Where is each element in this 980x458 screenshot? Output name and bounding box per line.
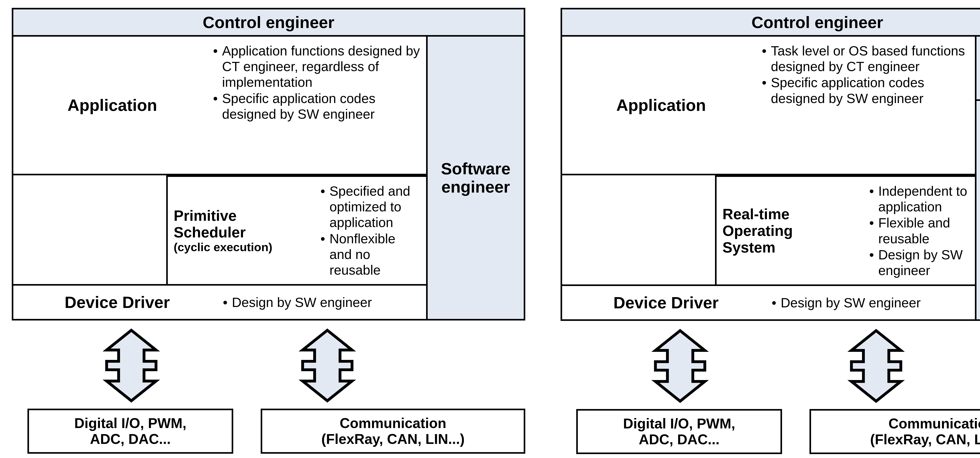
- right-panel: Control engineer Application Task level …: [560, 8, 980, 454]
- application-bullets: Task level or OS based functions designe…: [760, 36, 975, 174]
- left-panel: Control engineer Application Application…: [12, 8, 525, 454]
- rtos-label-line: System: [722, 239, 862, 256]
- software-engineer-tab-top: [977, 36, 980, 101]
- application-bullet: Task level or OS based functions designe…: [771, 43, 969, 74]
- scheduler-layer: Primitive Scheduler (cyclic execution) S…: [13, 174, 426, 285]
- right-below: Digital I/O, PWM, ADC, DAC... Communicat…: [560, 329, 980, 454]
- application-label: Application: [562, 36, 760, 174]
- left-body-row: Application Application functions design…: [13, 36, 524, 319]
- right-bottom-boxes: Digital I/O, PWM, ADC, DAC... Communicat…: [560, 409, 980, 454]
- communication-box: Communication (FlexRay, CAN, LIN...): [261, 409, 525, 453]
- device-driver-label: Device Driver: [13, 293, 221, 312]
- rtos-box: Real-time Operating System Independent t…: [715, 175, 975, 284]
- communication-box: Communication (FlexRay, CAN, LIN...): [810, 409, 980, 454]
- diagram-root: Control engineer Application Application…: [0, 0, 980, 458]
- device-driver-layer: Device Driver Design by SW engineer: [562, 286, 975, 319]
- control-engineer-header: Control engineer: [13, 10, 524, 36]
- right-body-row: Application Task level or OS based funct…: [562, 36, 980, 319]
- rtos-layer: Real-time Operating System Independent t…: [562, 174, 975, 286]
- software-engineer-label-area: Software engineer: [977, 101, 980, 319]
- right-stack: Control engineer Application Task level …: [560, 8, 980, 321]
- device-driver-bullet: Design by SW engineer: [781, 295, 969, 310]
- software-engineer-column: Software engineer: [428, 36, 524, 319]
- application-bullet: Specific application codes designed by S…: [771, 74, 969, 106]
- updown-arrow-icon: [645, 329, 715, 403]
- left-layers-column: Application Application functions design…: [13, 36, 428, 319]
- scheduler-box: Primitive Scheduler (cyclic execution) S…: [166, 175, 426, 284]
- io-box: Digital I/O, PWM, ADC, DAC...: [27, 409, 233, 453]
- rtos-indent: [562, 175, 715, 284]
- updown-arrow-icon: [841, 329, 912, 403]
- device-driver-label: Device Driver: [562, 293, 770, 312]
- scheduler-label-line: Primitive: [173, 207, 313, 224]
- scheduler-label-sub: (cyclic execution): [173, 241, 313, 254]
- left-below: Digital I/O, PWM, ADC, DAC... Communicat…: [12, 328, 525, 453]
- application-label: Application: [13, 36, 211, 174]
- rtos-label-line: Real-time: [722, 206, 862, 222]
- device-driver-layer: Device Driver Design by SW engineer: [13, 285, 426, 319]
- left-bottom-boxes: Digital I/O, PWM, ADC, DAC... Communicat…: [12, 409, 525, 453]
- io-box: Digital I/O, PWM, ADC, DAC...: [576, 409, 782, 454]
- rtos-label: Real-time Operating System: [717, 177, 867, 284]
- application-bullets: Application functions designed by CT eng…: [211, 36, 426, 174]
- application-bullet: Specific application codes designed by S…: [222, 90, 420, 122]
- left-arrow-row: [12, 328, 525, 403]
- device-driver-bullets: Design by SW engineer: [221, 290, 426, 314]
- scheduler-bullet: Nonflexible and no reusable: [329, 231, 420, 278]
- software-engineer-label: Software engineer: [441, 160, 511, 196]
- scheduler-label-line: Scheduler: [173, 224, 313, 241]
- control-engineer-header: Control engineer: [562, 10, 980, 36]
- scheduler-label: Primitive Scheduler (cyclic execution): [168, 177, 319, 284]
- software-engineer-column: Software engineer: [977, 36, 980, 319]
- updown-arrow-icon: [292, 328, 363, 403]
- rtos-bullet: Design by SW engineer: [878, 247, 969, 278]
- scheduler-bullets: Specified and optimized to application N…: [319, 177, 426, 284]
- application-bullet: Application functions designed by CT eng…: [222, 43, 420, 90]
- scheduler-bullet: Specified and optimized to application: [329, 183, 420, 230]
- rtos-bullets: Independent to application Flexible and …: [867, 177, 975, 284]
- device-driver-bullets: Design by SW engineer: [770, 291, 975, 315]
- application-layer: Application Application functions design…: [13, 36, 426, 175]
- application-layer: Application Task level or OS based funct…: [562, 36, 975, 175]
- device-driver-bullet: Design by SW engineer: [232, 295, 420, 310]
- updown-arrow-icon: [96, 328, 167, 403]
- left-stack: Control engineer Application Application…: [12, 8, 525, 320]
- scheduler-indent: [13, 175, 166, 284]
- rtos-label-line: Operating: [722, 222, 862, 239]
- rtos-bullet: Flexible and reusable: [878, 215, 969, 246]
- rtos-bullet: Independent to application: [878, 183, 969, 214]
- right-layers-column: Application Task level or OS based funct…: [562, 36, 977, 319]
- right-arrow-row: [560, 329, 980, 403]
